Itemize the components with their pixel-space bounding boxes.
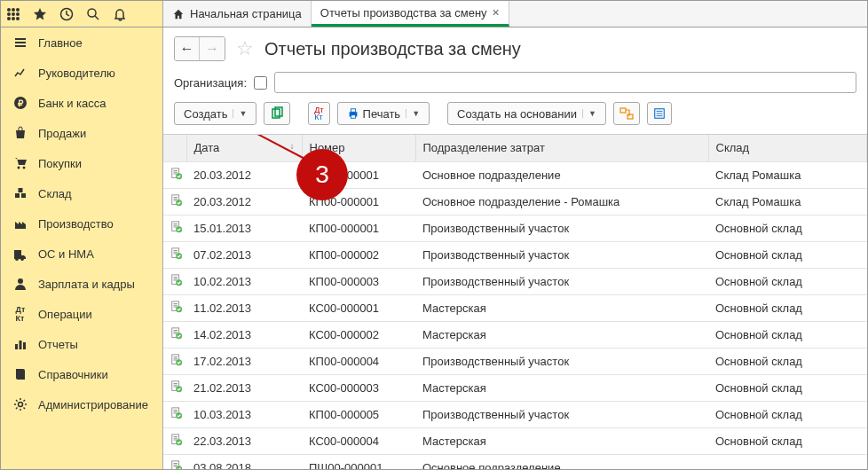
search-icon[interactable] xyxy=(86,7,100,21)
cell-stock: Основной склад xyxy=(708,268,867,294)
svg-point-8 xyxy=(16,17,20,20)
bell-icon[interactable] xyxy=(113,7,127,21)
cell-dept: Производственный участок xyxy=(415,268,708,294)
cell-stock xyxy=(708,454,867,469)
row-status-icon xyxy=(163,348,186,374)
sidebar-item-production[interactable]: Производство xyxy=(1,208,162,239)
person-icon xyxy=(13,277,28,291)
col-dept[interactable]: Подразделение затрат xyxy=(415,135,708,161)
cell-number: КП00-000003 xyxy=(302,268,415,294)
org-checkbox[interactable] xyxy=(254,76,267,90)
sidebar-item-bank[interactable]: ₽Банк и касса xyxy=(1,88,162,118)
gear-icon xyxy=(13,397,28,411)
cell-dept: Мастерская xyxy=(415,321,708,348)
row-status-icon xyxy=(163,188,186,215)
table-row[interactable]: 22.03.2013КС00-000004МастерскаяОсновной … xyxy=(163,427,867,454)
related-button[interactable] xyxy=(613,102,640,125)
chart-line-icon xyxy=(13,66,28,80)
cell-dept: Производственный участок xyxy=(415,215,708,241)
svg-rect-21 xyxy=(23,342,26,349)
svg-point-6 xyxy=(7,17,11,20)
chevron-down-icon[interactable]: ▼ xyxy=(406,109,420,118)
cell-dept: Основное подразделение - Ромашка xyxy=(415,188,708,215)
book-icon xyxy=(13,367,28,381)
create-from-button[interactable]: Создать на основании▼ xyxy=(447,102,606,125)
table-row[interactable]: 14.02.2013КС00-000002МастерскаяОсновной … xyxy=(163,321,867,348)
factory-icon xyxy=(13,216,28,231)
nav-forward[interactable]: → xyxy=(200,37,225,60)
org-label: Организация: xyxy=(174,76,247,90)
table-row[interactable]: 07.02.2013КП00-000002Производственный уч… xyxy=(163,241,867,268)
history-icon[interactable] xyxy=(59,7,74,21)
table-row[interactable]: 20.03.2012КП00-000001Основное подразделе… xyxy=(163,188,867,215)
svg-rect-15 xyxy=(15,193,20,198)
table-row[interactable]: 15.01.2013КП00-000001Производственный уч… xyxy=(163,215,867,241)
sidebar-item-main[interactable]: Главное xyxy=(1,27,162,58)
sidebar-item-reports[interactable]: Отчеты xyxy=(1,329,162,359)
list-button[interactable] xyxy=(647,102,672,125)
cell-number: КС00-000001 xyxy=(302,294,415,321)
bag-icon xyxy=(13,126,28,140)
favorite-star[interactable]: ☆ xyxy=(233,37,257,60)
callout-badge: 3 xyxy=(296,149,348,200)
col-stock[interactable]: Склад xyxy=(708,135,867,161)
sidebar-item-operations[interactable]: ДтКтОперации xyxy=(1,299,162,329)
cell-date: 07.02.2013 xyxy=(186,241,302,268)
boxes-icon xyxy=(13,186,28,200)
dtkt-icon: ДтКт xyxy=(13,307,28,321)
row-status-icon xyxy=(163,268,186,294)
grid: Дата↓ Номер Подразделение затрат Склад 2… xyxy=(163,134,867,469)
truck-icon xyxy=(13,247,28,261)
svg-rect-16 xyxy=(21,193,26,198)
close-icon[interactable]: × xyxy=(493,5,500,20)
sidebar-item-directories[interactable]: Справочники xyxy=(1,359,162,389)
sidebar-item-admin[interactable]: Администрирование xyxy=(1,389,162,419)
tab-home[interactable]: Начальная страница xyxy=(163,1,312,27)
cell-dept: Мастерская xyxy=(415,427,708,454)
cell-date: 17.02.2013 xyxy=(186,348,302,374)
table-row[interactable]: 21.02.2013КС00-000003МастерскаяОсновной … xyxy=(163,374,867,401)
sidebar-item-purchases[interactable]: Покупки xyxy=(1,148,162,178)
ruble-icon: ₽ xyxy=(13,96,28,110)
table-row[interactable]: 03.08.2018ПШ00-000001Основное подразделе… xyxy=(163,454,867,469)
topbar-icons xyxy=(1,1,163,27)
dtkt-button[interactable]: ДтКт xyxy=(308,102,329,125)
print-button[interactable]: Печать▼ xyxy=(337,102,430,125)
apps-icon[interactable] xyxy=(6,7,20,21)
chevron-down-icon[interactable]: ▼ xyxy=(233,109,247,118)
cell-number: КП00-000002 xyxy=(302,241,415,268)
svg-point-5 xyxy=(16,12,20,16)
col-icon[interactable] xyxy=(163,135,186,161)
org-select[interactable] xyxy=(274,72,856,93)
sidebar-item-sales[interactable]: Продажи xyxy=(1,118,162,148)
svg-rect-26 xyxy=(351,109,355,113)
svg-rect-29 xyxy=(627,114,633,119)
chevron-down-icon[interactable]: ▼ xyxy=(582,109,596,118)
table-row[interactable]: 11.02.2013КС00-000001МастерскаяОсновной … xyxy=(163,294,867,321)
table-row[interactable]: 10.02.2013КП00-000003Производственный уч… xyxy=(163,268,867,294)
table-row[interactable]: 20.03.2012КС00-000001Основное подразделе… xyxy=(163,161,867,188)
svg-point-7 xyxy=(12,17,15,20)
row-status-icon xyxy=(163,215,186,241)
tab-reports[interactable]: Отчеты производства за смену × xyxy=(312,1,509,27)
page-title: Отчеты производства за смену xyxy=(264,39,521,59)
star-icon[interactable] xyxy=(33,7,47,21)
menu-icon xyxy=(13,35,28,50)
cell-stock: Основной склад xyxy=(708,348,867,374)
sidebar-item-manager[interactable]: Руководителю xyxy=(1,58,162,88)
row-status-icon xyxy=(163,427,186,454)
tab-home-label: Начальная страница xyxy=(190,7,302,20)
create-button[interactable]: Создать▼ xyxy=(174,102,256,125)
copy-button[interactable] xyxy=(264,102,290,125)
cell-date: 22.03.2013 xyxy=(186,427,302,454)
table-row[interactable]: 17.02.2013КП00-000004Производственный уч… xyxy=(163,348,867,374)
row-status-icon xyxy=(163,161,186,188)
col-date[interactable]: Дата↓ xyxy=(186,135,302,161)
cell-number: КП00-000001 xyxy=(302,215,415,241)
sidebar-item-warehouse[interactable]: Склад xyxy=(1,178,162,208)
table-row[interactable]: 10.03.2013КП00-000005Производственный уч… xyxy=(163,401,867,427)
sidebar-item-payroll[interactable]: Зарплата и кадры xyxy=(1,269,162,299)
nav-back[interactable]: ← xyxy=(175,37,200,60)
sidebar-item-assets[interactable]: ОС и НМА xyxy=(1,239,162,269)
svg-text:₽: ₽ xyxy=(18,98,24,108)
